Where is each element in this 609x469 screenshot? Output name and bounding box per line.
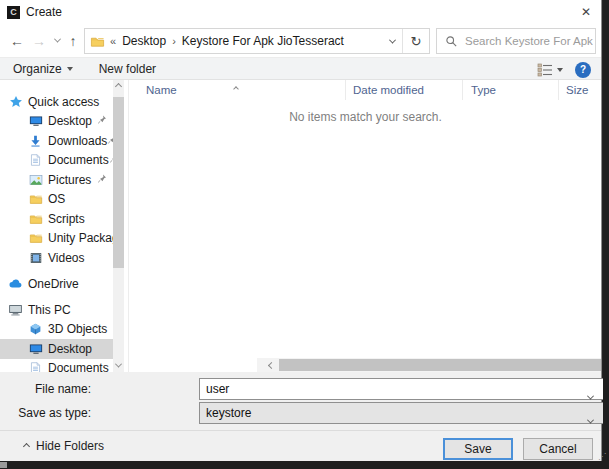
navigation-bar: ← → ↑ « Desktop › Keystore For Apk JioTe…	[0, 24, 601, 57]
desktop-icon	[28, 114, 43, 129]
3d-cube-icon	[28, 322, 43, 337]
dialog-title: Create	[26, 5, 62, 19]
change-view-button[interactable]	[537, 63, 563, 77]
scrollbar-thumb[interactable]	[113, 97, 124, 268]
organize-button[interactable]: Organize	[13, 62, 73, 76]
file-list: Name Date modified Type Size No items ma…	[128, 80, 601, 372]
background-artifact	[0, 462, 7, 468]
breadcrumb-current-folder[interactable]: Keystore For Apk JioTesseract	[182, 34, 344, 48]
command-toolbar: Organize New folder ?	[0, 57, 601, 80]
onedrive-cloud-icon	[8, 276, 23, 291]
documents-icon	[28, 361, 43, 372]
refresh-icon[interactable]: ↻	[402, 29, 429, 53]
sidebar-item-documents[interactable]: Documents	[0, 151, 113, 171]
sidebar-item-documents-thispc[interactable]: Documents	[0, 359, 113, 373]
sidebar-scrollbar[interactable]	[113, 80, 124, 372]
pin-icon[interactable]	[97, 114, 107, 128]
navigation-pane: Quick access Desktop Downloads Documents…	[0, 80, 113, 372]
save-as-type-select[interactable]: keystore	[199, 402, 609, 424]
sidebar-item-desktop-thispc[interactable]: Desktop	[0, 339, 113, 359]
up-icon[interactable]: ↑	[63, 24, 83, 57]
views-icon	[537, 63, 553, 77]
chevron-up-icon	[23, 442, 30, 449]
cancel-button[interactable]: Cancel	[523, 438, 593, 460]
sidebar-item-onedrive[interactable]: OneDrive	[0, 274, 113, 294]
help-icon[interactable]: ?	[575, 62, 591, 78]
scroll-up-icon[interactable]	[114, 83, 121, 90]
downloads-icon	[28, 133, 43, 148]
sidebar-item-downloads[interactable]: Downloads	[0, 131, 113, 151]
sidebar-item-os[interactable]: OS	[0, 190, 113, 210]
column-name[interactable]: Name	[129, 80, 346, 100]
pictures-icon	[28, 172, 43, 187]
save-as-type-label: Save as type:	[0, 406, 97, 420]
save-type-dropdown-icon[interactable]	[588, 410, 593, 428]
sidebar-item-desktop[interactable]: Desktop	[0, 112, 113, 132]
recent-locations-icon[interactable]	[50, 24, 64, 57]
organize-caret-icon	[67, 67, 73, 71]
folder-icon	[28, 231, 43, 246]
sidebar-item-pictures[interactable]: Pictures	[0, 170, 113, 190]
scroll-left-icon[interactable]	[268, 361, 275, 368]
forward-icon: →	[28, 24, 50, 57]
sidebar-item-unity-packages[interactable]: Unity Packages	[0, 229, 113, 249]
sort-ascending-icon	[234, 81, 238, 93]
documents-icon	[28, 153, 43, 168]
filename-panel: File name: Save as type: keystore	[0, 372, 601, 430]
scrollbar-thumb[interactable]	[279, 359, 601, 371]
sidebar-item-this-pc[interactable]: This PC	[0, 300, 113, 320]
back-icon[interactable]: ←	[6, 24, 28, 57]
breadcrumb-overflow[interactable]: «	[110, 35, 116, 47]
background-window-bottom	[0, 461, 609, 469]
sidebar-item-quick-access[interactable]: Quick access	[0, 92, 113, 112]
address-bar[interactable]: « Desktop › Keystore For Apk JioTesserac…	[84, 28, 430, 54]
save-button[interactable]: Save	[443, 438, 513, 460]
column-size[interactable]: Size	[559, 80, 601, 100]
videos-icon	[28, 250, 43, 265]
sidebar-item-scripts[interactable]: Scripts	[0, 209, 113, 229]
close-icon[interactable]: ✕	[577, 3, 595, 20]
search-input[interactable]	[465, 35, 593, 47]
column-date-modified[interactable]: Date modified	[346, 80, 463, 100]
address-dropdown-icon[interactable]	[382, 29, 402, 53]
hide-folders-button[interactable]: Hide Folders	[24, 439, 104, 453]
scroll-down-icon[interactable]	[114, 361, 121, 368]
folder-icon	[90, 34, 105, 49]
content-area: Quick access Desktop Downloads Documents…	[0, 80, 601, 372]
search-icon	[445, 35, 458, 48]
breadcrumb: « Desktop › Keystore For Apk JioTesserac…	[110, 34, 344, 48]
search-box	[436, 28, 596, 54]
this-pc-icon	[8, 302, 23, 317]
folder-icon	[28, 192, 43, 207]
file-name-input[interactable]	[199, 378, 609, 400]
title-bar: Create ✕	[0, 0, 601, 24]
views-caret-icon	[557, 68, 563, 72]
sidebar-item-videos[interactable]: Videos	[0, 248, 113, 268]
desktop-icon	[28, 341, 43, 356]
background-window-edge	[603, 0, 609, 469]
breadcrumb-desktop[interactable]: Desktop	[122, 34, 166, 48]
column-type[interactable]: Type	[463, 80, 559, 100]
empty-folder-message: No items match your search.	[129, 110, 601, 124]
save-dialog: Create ✕ ← → ↑ « Desktop › Keystore For …	[0, 0, 602, 461]
resize-grip[interactable]: ⋰	[598, 452, 605, 461]
breadcrumb-separator: ›	[172, 35, 176, 47]
app-icon	[7, 6, 20, 19]
pin-icon[interactable]	[97, 173, 107, 187]
footer-bar: Hide Folders Save Cancel	[0, 430, 601, 461]
horizontal-scrollbar[interactable]	[257, 358, 601, 372]
column-headers: Name Date modified Type Size	[129, 80, 601, 100]
file-name-label: File name:	[0, 382, 97, 396]
folder-icon	[28, 211, 43, 226]
new-folder-button[interactable]: New folder	[99, 62, 156, 76]
sidebar-item-3d-objects[interactable]: 3D Objects	[0, 320, 113, 340]
quick-access-star-icon	[8, 94, 23, 109]
